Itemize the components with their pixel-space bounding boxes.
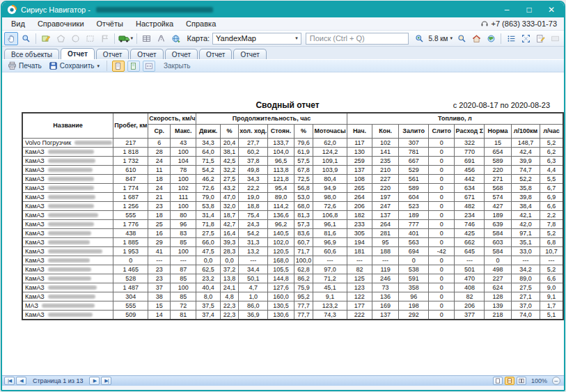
zoom-in-button[interactable]: [413, 32, 427, 45]
last-page-button[interactable]: ▶|: [101, 377, 111, 385]
data-cell: 34,4: [239, 265, 268, 274]
next-page-button[interactable]: ▶: [89, 377, 100, 385]
data-cell: 120,5: [268, 246, 294, 256]
close-button[interactable]: ✕: [540, 3, 563, 17]
column-group-header: Продолжительность, час: [196, 113, 347, 124]
home-button[interactable]: [469, 32, 483, 45]
polygon-tool-button[interactable]: [54, 32, 68, 45]
menu-view[interactable]: Вид: [5, 18, 31, 29]
vehicle-name-cell: КамАЗ: [22, 174, 113, 183]
data-cell: 770: [455, 147, 485, 156]
menu-help[interactable]: Справка: [180, 18, 222, 29]
vehicle-name-cell: КамАЗ: [22, 292, 113, 301]
data-cell: 85: [171, 274, 196, 283]
zoom-out-button[interactable]: [455, 32, 469, 45]
circle-tool-button[interactable]: [68, 32, 82, 45]
print-button[interactable]: Печать: [6, 61, 44, 71]
data-cell: 42,0: [511, 219, 540, 228]
data-cell: 482: [455, 201, 485, 210]
first-page-button[interactable]: |◀: [4, 377, 15, 385]
data-cell: 654: [485, 147, 511, 156]
data-cell: 0: [429, 147, 455, 156]
data-cell: 78: [171, 165, 196, 174]
data-cell: 50,1: [239, 274, 268, 283]
data-cell: 322: [455, 138, 485, 147]
route-button[interactable]: [155, 32, 168, 45]
data-cell: 89,0: [268, 192, 294, 201]
prev-page-button[interactable]: ◀: [16, 377, 26, 385]
edit-map-button[interactable]: [39, 32, 53, 45]
data-cell: 264: [372, 219, 399, 228]
data-cell: 181: [347, 246, 372, 256]
tab-report-2[interactable]: Отчет: [96, 49, 129, 59]
extra-button[interactable]: [548, 32, 562, 45]
tab-all-objects[interactable]: Все объекты: [4, 49, 59, 59]
data-cell: 292: [399, 310, 429, 320]
vehicle-name: КамАЗ: [25, 203, 45, 210]
data-cell: 847: [113, 174, 148, 183]
print-label: Печать: [19, 62, 42, 70]
zoom-tool-button[interactable]: [19, 32, 33, 45]
redacted-plate: [48, 267, 91, 272]
data-cell: 37,2: [220, 265, 238, 274]
data-cell: 246: [372, 274, 399, 283]
vehicle-name-cell: КамАЗ: [22, 237, 113, 246]
data-cell: 34,3: [239, 174, 268, 183]
search-input[interactable]: [306, 33, 409, 45]
menu-reports[interactable]: Отчёты: [91, 18, 129, 29]
vehicle-name: КамАЗ: [25, 266, 45, 273]
vehicle-name-cell: МАЗ: [22, 301, 113, 310]
tab-report-6[interactable]: Отчет: [233, 49, 266, 59]
data-cell: 38,1: [220, 147, 238, 156]
zoom-out-slider-button[interactable]: −: [552, 377, 560, 385]
redacted-plate: [42, 304, 95, 308]
notes-button[interactable]: [533, 32, 547, 45]
data-cell: 456: [455, 165, 485, 174]
data-cell: 100: [171, 201, 196, 210]
data-cell: 42,4: [511, 147, 540, 156]
data-cell: 0: [429, 292, 455, 301]
save-button[interactable]: Сохранить ▾: [47, 61, 102, 71]
redacted-plate: [48, 258, 90, 262]
close-report-button[interactable]: Закрыть: [158, 62, 191, 70]
data-cell: 60,7: [294, 237, 313, 246]
chevron-down-icon: ▾: [295, 36, 298, 41]
data-cell: 137: [372, 210, 399, 219]
zoom-controls: 100% −: [493, 377, 562, 385]
flag-tool-button[interactable]: [97, 32, 111, 45]
data-cell: 189: [399, 210, 429, 219]
data-cell: 529: [399, 165, 429, 174]
data-cell: 6,6: [540, 201, 563, 210]
tab-report-1[interactable]: Отчет: [61, 48, 95, 59]
rectangle-select-button[interactable]: [83, 32, 97, 45]
maximize-button[interactable]: □: [518, 3, 540, 17]
fit-selection-button[interactable]: [519, 32, 533, 45]
page-view-toggle[interactable]: [112, 61, 125, 72]
fit-page-view-button[interactable]: [505, 377, 514, 385]
data-cell: 555: [113, 210, 148, 219]
continuous-view-toggle[interactable]: [127, 61, 140, 72]
fit-width-toggle[interactable]: [143, 61, 155, 72]
tab-report-3[interactable]: Отчет: [130, 49, 163, 59]
vehicle-menu-button[interactable]: ▾: [118, 32, 134, 45]
menu-settings[interactable]: Настройка: [129, 18, 180, 29]
data-cell: 198: [399, 301, 429, 310]
data-cell: 259: [347, 156, 372, 165]
menu-directories[interactable]: Справочники: [31, 18, 91, 29]
map-provider-select[interactable]: YandexMap ▾: [212, 33, 301, 45]
data-cell: 79,6: [294, 138, 313, 147]
tab-report-5[interactable]: Отчет: [199, 49, 232, 59]
map-scale-select[interactable]: 5.8 км ▾: [427, 35, 454, 42]
table-row: КамАЗ610117854,232,249,8113,867,8103,913…: [22, 165, 563, 174]
multi-page-view-button[interactable]: [517, 377, 526, 385]
world-button[interactable]: [484, 32, 498, 45]
pan-tool-button[interactable]: [4, 32, 18, 45]
minimize-button[interactable]: –: [496, 3, 518, 17]
polygon-icon: [56, 34, 65, 43]
web-map-button[interactable]: [169, 32, 183, 45]
tab-report-4[interactable]: Отчет: [165, 49, 198, 59]
grid-view-button[interactable]: [140, 32, 154, 45]
legend-button[interactable]: [504, 32, 518, 45]
data-cell: 137: [347, 165, 372, 174]
single-page-view-button[interactable]: [493, 377, 503, 385]
